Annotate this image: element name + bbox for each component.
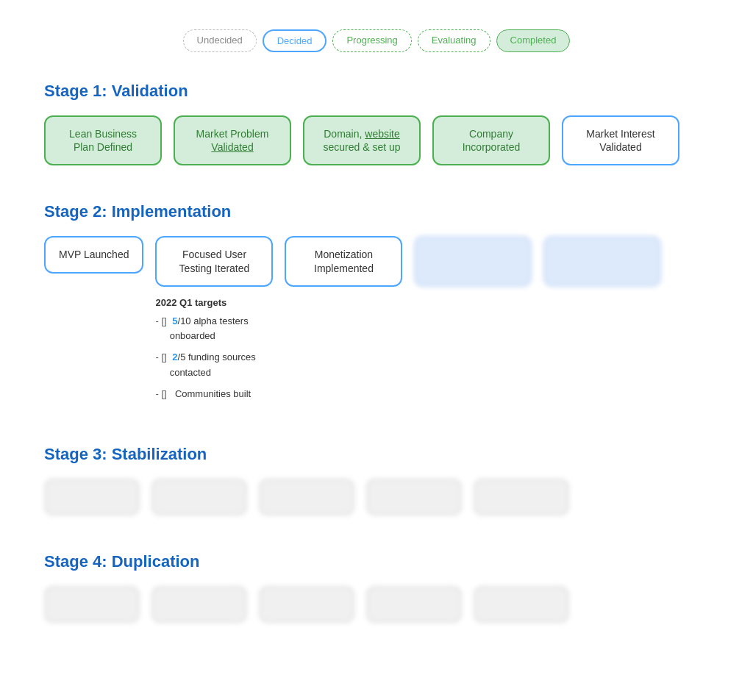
card-focused-user-testing-wrapper: Focused User Testing Iterated 2022 Q1 ta… [155,236,273,407]
legend-progressing[interactable]: Progressing [332,29,411,52]
stage-3-section: Stage 3: Stabilization Undecided Undecid… [44,445,709,515]
stage-1-title: Stage 1: Validation [44,82,709,101]
stage3-card-2[interactable]: Undecided [151,479,247,515]
notes-section: 2022 Q1 targets - [] 5/10 alpha testers … [155,296,273,408]
note-prefix-3: - [] [155,387,166,402]
card-lean-business-plan[interactable]: Lean Business Plan Defined [44,115,162,165]
legend-undecided[interactable]: Undecided [183,29,257,52]
stage3-card-5[interactable]: Undecided [474,479,569,515]
stage-4-cards-row: Undecided Undecided Undecided Undecided … [44,586,709,623]
card-mvp-launched[interactable]: MVP Launched [44,236,143,273]
stage4-card-1[interactable]: Undecided [44,586,140,623]
legend-bar: Undecided Decided Progressing Evaluating… [44,29,709,52]
card-focused-user-testing[interactable]: Focused User Testing Iterated [155,236,273,286]
note-text-3: Communities built [170,387,251,402]
stage4-card-5[interactable]: Undecided [474,586,569,623]
notes-title: 2022 Q1 targets [155,296,273,311]
stage-4-title: Stage 4: Duplication [44,552,709,571]
stage-4-section: Stage 4: Duplication Undecided Undecided… [44,552,709,623]
stage-1-section: Stage 1: Validation Lean Business Plan D… [44,82,709,165]
stage-2-title: Stage 2: Implementation [44,202,709,221]
legend-decided[interactable]: Decided [263,29,327,52]
stage-2-cards-row: MVP Launched Focused User Testing Iterat… [44,236,709,407]
note-text-1: 5/10 alpha testers onboarded [170,314,274,345]
stage3-card-1[interactable]: Undecided [44,479,140,515]
card-domain-website[interactable]: Domain, website secured & set up [303,115,421,165]
legend-evaluating[interactable]: Evaluating [418,29,490,52]
stage-3-cards-row: Undecided Undecided Undecided Undecided … [44,479,709,515]
note-prefix-1: - [] [155,314,166,329]
note-funding-sources: - [] 2/5 funding sources contacted [155,350,273,381]
stage-3-title: Stage 3: Stabilization [44,445,709,464]
card-market-problem[interactable]: Market Problem Validated [174,115,291,165]
card-monetization[interactable]: Monetization Implemented [285,236,402,286]
note-prefix-2: - [] [155,350,166,365]
stage4-card-4[interactable]: Undecided [366,586,462,623]
card-company-incorporated[interactable]: Company Incorporated [432,115,550,165]
stage3-card-3[interactable]: Undecided [259,479,354,515]
stage4-card-2[interactable]: Undecided [151,586,247,623]
note-alpha-testers: - [] 5/10 alpha testers onboarded [155,314,273,345]
card-blurred-2[interactable]: Blurred confidential info goes here [543,236,661,286]
stage-2-section: Stage 2: Implementation MVP Launched Foc… [44,202,709,407]
legend-completed[interactable]: Completed [496,29,571,52]
note-communities: - [] Communities built [155,387,273,402]
stage3-card-4[interactable]: Undecided [366,479,462,515]
stage4-card-3[interactable]: Undecided [259,586,354,623]
card-blurred-1[interactable]: Blurred confidential info goes here [414,236,532,286]
card-market-interest[interactable]: Market Interest Validated [562,115,679,165]
stage-1-cards-row: Lean Business Plan Defined Market Proble… [44,115,709,165]
note-text-2: 2/5 funding sources contacted [170,350,274,381]
